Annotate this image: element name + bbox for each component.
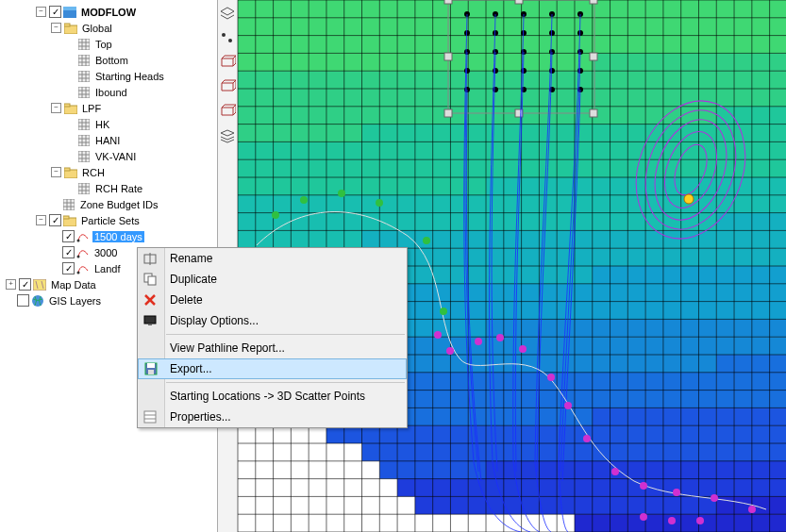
layers-view-icon[interactable] [219, 128, 236, 145]
svg-rect-254 [716, 89, 734, 107]
svg-rect-714 [681, 337, 699, 355]
plan-view-icon[interactable] [219, 6, 236, 23]
svg-rect-937 [539, 461, 557, 479]
svg-rect-95 [238, 18, 256, 36]
menu-item-display-options[interactable]: Display Options... [138, 310, 407, 331]
tree-node-bottom[interactable]: Bottom [0, 52, 217, 68]
svg-rect-240 [468, 89, 486, 107]
svg-rect-866 [450, 425, 468, 443]
tree-node-vkvani[interactable]: VK-VANI [0, 148, 217, 164]
svg-point-56 [77, 255, 80, 258]
expand-icon[interactable]: + [6, 279, 16, 290]
menu-separator [166, 334, 405, 335]
collapse-icon[interactable]: − [51, 23, 61, 33]
collapse-icon[interactable]: − [36, 7, 46, 17]
svg-rect-140 [450, 36, 468, 54]
tree-node-rch-rate[interactable]: RCH Rate [0, 180, 217, 196]
svg-rect-500 [397, 230, 415, 248]
svg-rect-863 [397, 425, 415, 443]
tree-node-starting-heads[interactable]: Starting Heads [0, 68, 217, 84]
svg-rect-419 [716, 177, 734, 195]
pathline-icon [76, 262, 90, 274]
svg-rect-121 [698, 18, 716, 36]
checkbox[interactable]: ✓ [62, 262, 75, 274]
svg-rect-426 [256, 195, 274, 213]
svg-rect-416 [663, 177, 681, 195]
svg-rect-289 [752, 107, 770, 125]
svg-rect-889 [274, 443, 292, 461]
collapse-icon[interactable]: − [51, 103, 61, 113]
menu-item-rename[interactable]: Rename [138, 248, 407, 269]
svg-rect-834 [468, 407, 486, 425]
svg-rect-107 [450, 18, 468, 36]
svg-rect-384 [681, 159, 699, 177]
svg-rect-204 [415, 71, 433, 89]
svg-rect-356 [770, 141, 786, 159]
svg-rect-708 [575, 337, 593, 355]
svg-rect-145 [539, 36, 557, 54]
side-view-icon[interactable] [219, 79, 236, 96]
svg-rect-838 [539, 407, 557, 425]
svg-rect-879 [681, 425, 699, 443]
collapse-icon[interactable]: − [51, 167, 61, 177]
checkbox[interactable]: ✓ [49, 6, 61, 18]
point-tool-icon[interactable] [219, 30, 236, 47]
svg-rect-75 [468, 0, 486, 18]
tree-node-modflow[interactable]: − ✓ MODFLOW [0, 4, 217, 20]
svg-rect-402 [415, 177, 433, 195]
menu-label: View Pathline Report... [170, 341, 285, 355]
svg-rect-359 [238, 159, 256, 177]
checkbox[interactable]: ✓ [19, 278, 31, 291]
svg-rect-717 [734, 337, 752, 355]
svg-rect-151 [645, 36, 663, 54]
checkbox[interactable] [17, 294, 29, 307]
svg-rect-174 [468, 53, 486, 71]
svg-rect-732 [415, 355, 433, 373]
svg-rect-142 [486, 36, 504, 54]
svg-rect-667 [433, 319, 451, 337]
svg-rect-26 [78, 119, 90, 130]
svg-rect-138 [415, 36, 433, 54]
tree-node-rch[interactable]: − RCH [0, 164, 217, 180]
svg-rect-435 [415, 195, 433, 213]
menu-item-starting-locations[interactable]: Starting Locations -> 3D Scatter Points [138, 386, 407, 407]
menu-item-export[interactable]: Export... [138, 358, 407, 379]
tree-node-zone-budget[interactable]: Zone Budget IDs [0, 196, 217, 212]
tree-node-ibound[interactable]: Ibound [0, 84, 217, 100]
menu-item-duplicate[interactable]: Duplicate [138, 269, 407, 290]
oblique-view-icon[interactable] [219, 104, 236, 121]
svg-rect-338 [450, 141, 468, 159]
svg-rect-931 [433, 461, 451, 479]
svg-rect-867 [468, 425, 486, 443]
svg-rect-993 [362, 496, 380, 514]
front-view-icon[interactable] [219, 55, 236, 72]
checkbox[interactable]: ✓ [62, 246, 75, 258]
svg-rect-64 [274, 0, 292, 18]
tree-node-global[interactable]: − Global [0, 20, 217, 36]
svg-rect-887 [238, 443, 256, 461]
tree-node-particle-sets[interactable]: − ✓ Particle Sets [0, 212, 217, 228]
collapse-icon[interactable]: − [36, 215, 46, 225]
svg-rect-744 [627, 355, 645, 373]
tree-node-hk[interactable]: HK [0, 116, 217, 132]
svg-rect-747 [681, 355, 699, 373]
svg-rect-833 [450, 407, 468, 425]
svg-rect-246 [575, 89, 593, 107]
svg-rect-536 [450, 248, 468, 266]
svg-rect-535 [433, 248, 451, 266]
checkbox[interactable]: ✓ [49, 214, 61, 226]
tree-node-lpf[interactable]: − LPF [0, 100, 217, 116]
menu-item-delete[interactable]: Delete [138, 290, 407, 310]
menu-item-properties[interactable]: Properties... [138, 407, 407, 427]
svg-rect-544 [593, 248, 610, 266]
svg-rect-965 [450, 479, 468, 497]
svg-rect-909 [627, 443, 645, 461]
tree-node-top[interactable]: Top [0, 36, 217, 52]
tree-node-particle-1500[interactable]: ✓ 1500 days [0, 228, 217, 244]
svg-rect-282 [627, 107, 645, 125]
checkbox[interactable]: ✓ [62, 230, 75, 242]
svg-rect-669 [468, 319, 486, 337]
svg-rect-200 [344, 71, 362, 89]
tree-node-hani[interactable]: HANI [0, 132, 217, 148]
menu-item-view-pathline[interactable]: View Pathline Report... [138, 338, 407, 358]
